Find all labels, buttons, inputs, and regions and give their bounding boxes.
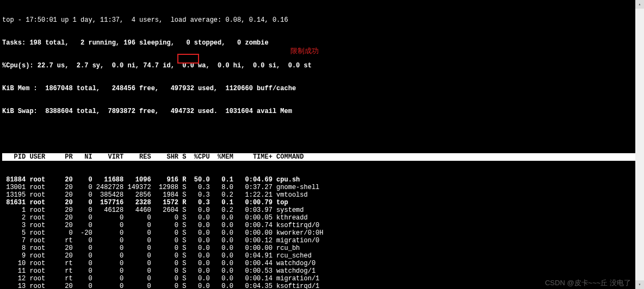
- process-row: 81884 root 20 0 11688 1096 916 R 50.0 0.…: [2, 176, 642, 184]
- process-row: 3 root 20 0 0 0 0 S 0.0 0.0 0:00.74 ksof…: [2, 222, 642, 229]
- vertical-scrollbar[interactable]: ▴ ▾: [635, 0, 644, 289]
- terminal-output[interactable]: top - 17:50:01 up 1 day, 11:37, 4 users,…: [0, 0, 644, 289]
- summary-line-2: Tasks: 198 total, 2 running, 196 sleepin…: [2, 39, 642, 47]
- process-row: 13001 root 20 0 2482728 149372 12988 S 0…: [2, 184, 642, 191]
- summary-line-5: KiB Swap: 8388604 total, 7893872 free, 4…: [2, 108, 642, 115]
- process-row: 11 root rt 0 0 0 0 S 0.0 0.0 0:00.53 wat…: [2, 267, 642, 275]
- process-header-row: PID USER PR NI VIRT RES SHR S %CPU %MEM …: [2, 153, 642, 161]
- process-list: 81884 root 20 0 11688 1096 916 R 50.0 0.…: [2, 176, 642, 289]
- process-row: 7 root rt 0 0 0 0 S 0.0 0.0 0:00.12 migr…: [2, 237, 642, 244]
- scroll-up-button[interactable]: ▴: [635, 0, 644, 9]
- annotation-label: 限制成功: [290, 47, 319, 55]
- watermark-text: CSDN @皮卡~~~丘 没电了: [545, 279, 631, 287]
- process-row: 13195 root 20 0 385428 2856 1984 S 0.3 0…: [2, 191, 642, 199]
- process-row: 9 root 20 0 0 0 0 S 0.0 0.0 0:04.91 rcu_…: [2, 252, 642, 260]
- scroll-down-button[interactable]: ▾: [635, 280, 644, 289]
- process-row: 5 root 0 -20 0 0 0 S 0.0 0.0 0:00.00 kwo…: [2, 229, 642, 237]
- summary-line-4: KiB Mem : 1867048 total, 248456 free, 49…: [2, 85, 642, 92]
- summary-line-3: %Cpu(s): 22.7 us, 2.7 sy, 0.0 ni, 74.7 i…: [2, 62, 642, 70]
- process-row: 8 root 20 0 0 0 0 S 0.0 0.0 0:00.00 rcu_…: [2, 244, 642, 252]
- summary-line-1: top - 17:50:01 up 1 day, 11:37, 4 users,…: [2, 16, 642, 24]
- blank-line: [2, 130, 642, 138]
- cpu-highlight-box: [177, 54, 199, 64]
- process-row: 2 root 20 0 0 0 0 S 0.0 0.0 0:00.05 kthr…: [2, 214, 642, 222]
- process-row: 81631 root 20 0 157716 2328 1572 R 0.3 0…: [2, 199, 642, 206]
- process-row: 10 root rt 0 0 0 0 S 0.0 0.0 0:00.44 wat…: [2, 260, 642, 267]
- process-row: 1 root 20 0 46128 4460 2604 S 0.0 0.2 0:…: [2, 206, 642, 214]
